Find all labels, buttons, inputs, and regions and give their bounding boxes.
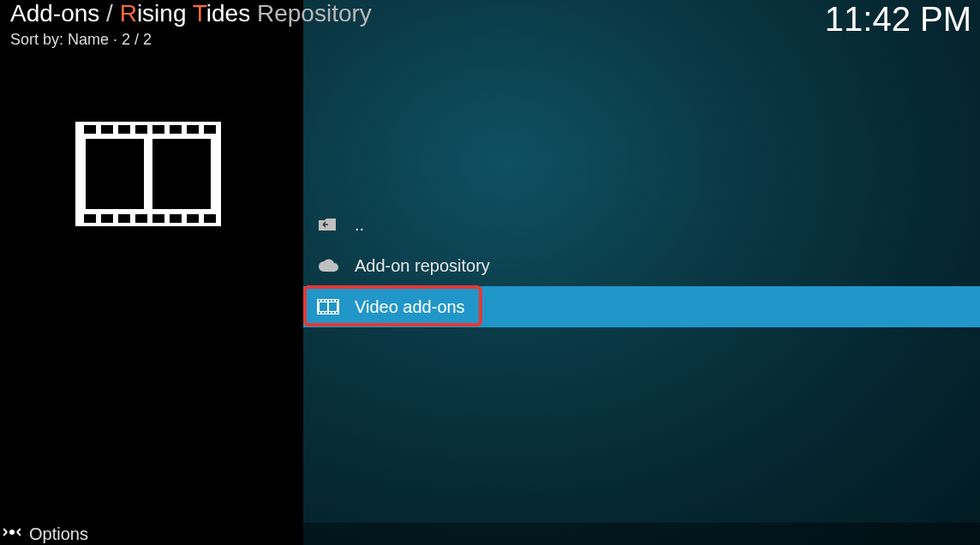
repo-name-part: R bbox=[120, 0, 137, 27]
repo-name-part: ising bbox=[137, 0, 187, 27]
sort-value[interactable]: Name bbox=[68, 31, 109, 48]
list-item-video-addons[interactable]: Video add-ons bbox=[303, 286, 980, 327]
breadcrumb: Add-ons / Rising Tides Repository bbox=[10, 0, 372, 27]
svg-rect-33 bbox=[336, 312, 338, 314]
folder-up-icon bbox=[317, 216, 355, 233]
svg-rect-12 bbox=[101, 214, 113, 223]
repo-suffix: Repository bbox=[250, 0, 372, 27]
svg-rect-5 bbox=[118, 125, 130, 134]
svg-rect-21 bbox=[329, 302, 337, 311]
svg-rect-25 bbox=[329, 300, 331, 302]
svg-rect-18 bbox=[204, 214, 216, 223]
svg-rect-23 bbox=[322, 300, 324, 302]
cloud-icon bbox=[317, 258, 355, 273]
svg-rect-20 bbox=[320, 302, 327, 311]
svg-rect-2 bbox=[152, 139, 211, 209]
left-panel bbox=[0, 0, 303, 545]
svg-rect-11 bbox=[84, 214, 96, 223]
svg-rect-29 bbox=[322, 312, 324, 314]
svg-rect-6 bbox=[135, 125, 147, 134]
svg-rect-13 bbox=[118, 214, 130, 223]
list-item-addon-repository[interactable]: Add-on repository bbox=[303, 245, 980, 286]
svg-rect-27 bbox=[336, 300, 338, 302]
svg-rect-28 bbox=[319, 312, 320, 314]
options-label[interactable]: Options bbox=[29, 524, 88, 544]
svg-rect-8 bbox=[170, 125, 182, 134]
svg-rect-22 bbox=[319, 300, 320, 302]
svg-rect-14 bbox=[135, 214, 147, 223]
svg-rect-10 bbox=[204, 125, 216, 134]
options-icon[interactable] bbox=[3, 524, 21, 543]
list-position: 2 / 2 bbox=[122, 31, 152, 48]
list-item-label: .. bbox=[355, 215, 364, 235]
list-item-label: Add-on repository bbox=[355, 256, 490, 276]
svg-rect-7 bbox=[152, 125, 164, 134]
sort-separator: · bbox=[109, 31, 122, 48]
svg-rect-4 bbox=[101, 125, 113, 134]
svg-rect-15 bbox=[152, 214, 164, 223]
svg-rect-30 bbox=[326, 312, 327, 314]
video-addon-artwork bbox=[75, 122, 221, 226]
header: Add-ons / Rising Tides Repository Sort b… bbox=[10, 0, 372, 49]
sort-line: Sort by: Name · 2 / 2 bbox=[10, 31, 372, 49]
svg-rect-9 bbox=[187, 125, 199, 134]
svg-point-34 bbox=[9, 530, 15, 535]
repo-name-part: ides bbox=[206, 0, 250, 27]
sort-label: Sort by: bbox=[10, 31, 68, 48]
list-item-parent-dir[interactable]: .. bbox=[303, 204, 980, 245]
svg-rect-32 bbox=[332, 312, 334, 314]
svg-rect-26 bbox=[332, 300, 334, 302]
breadcrumb-separator: / bbox=[99, 0, 119, 27]
footer: Options bbox=[0, 523, 980, 545]
repo-name-part: T bbox=[193, 0, 206, 27]
addon-list: .. Add-on repository Video add-ons bbox=[303, 204, 980, 327]
breadcrumb-root[interactable]: Add-ons bbox=[10, 0, 99, 27]
list-item-label: Video add-ons bbox=[355, 297, 465, 317]
svg-rect-24 bbox=[326, 300, 327, 302]
svg-rect-16 bbox=[170, 214, 182, 223]
svg-rect-3 bbox=[84, 125, 96, 134]
svg-rect-31 bbox=[329, 312, 331, 314]
clock: 11:42 PM bbox=[825, 0, 971, 39]
svg-rect-17 bbox=[187, 214, 199, 223]
film-icon bbox=[317, 299, 355, 314]
svg-rect-1 bbox=[86, 139, 144, 209]
